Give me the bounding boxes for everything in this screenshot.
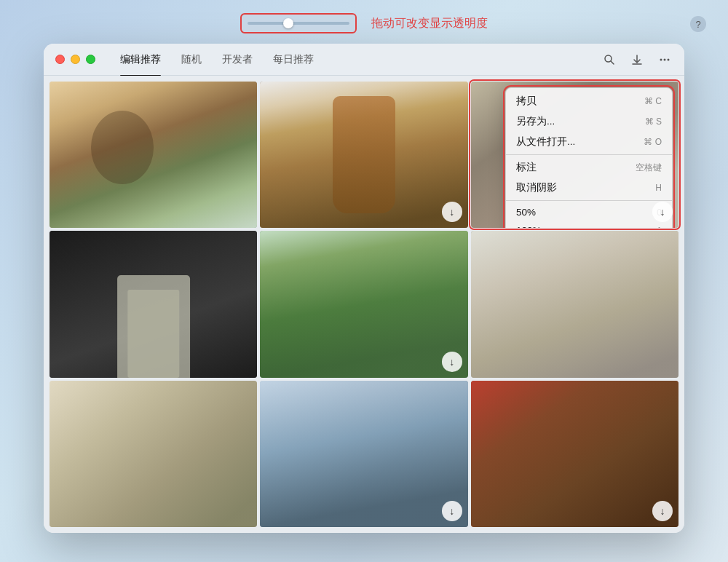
menu-label-noshadow: 取消阴影 (516, 181, 557, 194)
photo-grid: ↓ 拷贝 ⌘ C 另存为... ⌘ S 从文件打开... ⌘ O (44, 76, 684, 533)
menu-shortcut-annotate: 空格键 (636, 162, 662, 174)
menu-item-annotate[interactable]: 标注 空格键 (506, 157, 672, 178)
titlebar: 编辑推荐 随机 开发者 每日推荐 (44, 44, 684, 76)
download-btn-8[interactable]: ↓ (442, 501, 462, 521)
help-button[interactable]: ? (690, 16, 706, 32)
photo-cell-1[interactable] (50, 82, 257, 228)
menu-label-100: 100% (516, 225, 542, 228)
separator-1 (506, 154, 672, 155)
photo-cell-3[interactable]: 拷贝 ⌘ C 另存为... ⌘ S 从文件打开... ⌘ O 标注 空格键 (471, 82, 678, 228)
photo-cell-2[interactable]: ↓ (260, 82, 467, 228)
menu-item-saveas[interactable]: 另存为... ⌘ S (506, 111, 672, 132)
photo-cell-7[interactable] (50, 381, 257, 527)
tab-daily[interactable]: 每日推荐 (263, 49, 324, 71)
tab-random[interactable]: 随机 (171, 49, 212, 71)
menu-item-openfile[interactable]: 从文件打开... ⌘ O (506, 132, 672, 152)
slider-thumb[interactable] (283, 18, 293, 28)
menu-shortcut-100: 1 (657, 226, 662, 229)
menu-item-100[interactable]: 100% 1 (506, 221, 672, 228)
download-btn-5[interactable]: ↓ (442, 352, 462, 372)
menu-shortcut-saveas: ⌘ S (645, 116, 662, 127)
context-menu: 拷贝 ⌘ C 另存为... ⌘ S 从文件打开... ⌘ O 标注 空格键 (505, 87, 673, 228)
menu-item-50[interactable]: 50% 0 (506, 203, 672, 221)
traffic-lights (55, 55, 95, 64)
svg-line-1 (611, 61, 614, 64)
content-area: ↓ 拷贝 ⌘ C 另存为... ⌘ S 从文件打开... ⌘ O (44, 76, 684, 533)
svg-point-4 (660, 58, 662, 60)
menu-item-noshadow[interactable]: 取消阴影 H (506, 178, 672, 198)
svg-point-6 (668, 58, 670, 60)
close-button[interactable] (55, 55, 65, 64)
menu-label-saveas: 另存为... (516, 115, 555, 128)
nav-icons (601, 52, 673, 68)
menu-shortcut-noshadow: H (655, 183, 662, 193)
tooltip-bar: 拖动可改变显示透明度 (240, 13, 488, 33)
maximize-button[interactable] (86, 55, 95, 64)
slider-track (248, 22, 349, 25)
search-icon[interactable] (601, 52, 617, 68)
photo-cell-6[interactable] (471, 231, 678, 377)
nav-tabs: 编辑推荐 随机 开发者 每日推荐 (110, 49, 601, 71)
menu-label-openfile: 从文件打开... (516, 135, 575, 149)
menu-shortcut-openfile: ⌘ O (644, 137, 662, 147)
photo-cell-4[interactable] (50, 231, 257, 377)
menu-label-annotate: 标注 (516, 161, 537, 174)
menu-label-copy: 拷贝 (516, 95, 537, 108)
menu-shortcut-copy: ⌘ C (644, 96, 662, 106)
more-icon[interactable] (657, 52, 673, 68)
menu-label-50: 50% (516, 207, 536, 218)
svg-point-5 (664, 58, 666, 60)
main-window: 编辑推荐 随机 开发者 每日推荐 (44, 44, 684, 533)
tooltip-text: 拖动可改变显示透明度 (371, 16, 488, 31)
separator-2 (506, 200, 672, 201)
tab-developer[interactable]: 开发者 (212, 49, 263, 71)
photo-cell-5[interactable]: ↓ (260, 231, 467, 377)
photo-cell-9[interactable]: ↓ (471, 381, 678, 527)
download-btn-9[interactable]: ↓ (652, 501, 673, 521)
tab-editor-picks[interactable]: 编辑推荐 (110, 49, 171, 71)
download-icon[interactable] (629, 52, 645, 68)
photo-cell-8[interactable]: ↓ (260, 381, 467, 527)
download-btn-2[interactable]: ↓ (442, 202, 462, 222)
opacity-slider[interactable] (240, 13, 357, 33)
minimize-button[interactable] (71, 55, 80, 64)
menu-item-copy[interactable]: 拷贝 ⌘ C (506, 91, 672, 111)
